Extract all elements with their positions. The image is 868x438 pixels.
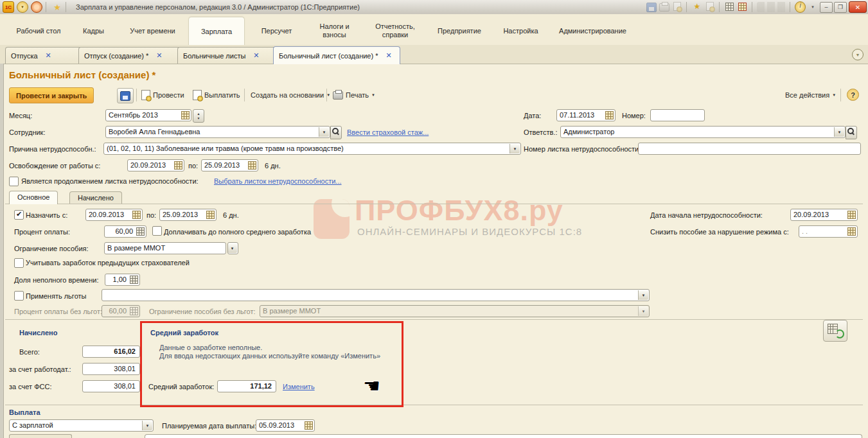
- menu-tab-enterprise[interactable]: Предприятие: [427, 17, 492, 45]
- titlebar-separator: [46, 2, 46, 12]
- calendar-icon[interactable]: [181, 111, 190, 119]
- apply-benefits-field[interactable]: ▼: [102, 289, 650, 301]
- restore-button[interactable]: ❐: [834, 2, 847, 13]
- month-stepper[interactable]: ▲▼: [193, 109, 204, 123]
- calendar-icon[interactable]: [847, 211, 856, 219]
- post-and-close-button[interactable]: Провести и закрыть: [9, 87, 94, 103]
- assign-checkbox[interactable]: ✔: [14, 210, 24, 220]
- reduce-benefit-field[interactable]: . .: [799, 225, 858, 238]
- part-time-field[interactable]: 1,00: [105, 274, 140, 286]
- total-field[interactable]: 616,02: [82, 346, 140, 358]
- calendar-icon[interactable]: [737, 2, 748, 12]
- benefit-limit-dropdown[interactable]: ▼: [227, 242, 238, 254]
- chevron-down-icon[interactable]: ▼: [319, 127, 329, 137]
- calendar-icon[interactable]: [605, 111, 614, 119]
- menu-tab-settings[interactable]: Настройка: [493, 17, 548, 45]
- responsible-search-icon[interactable]: [846, 126, 857, 139]
- close-button[interactable]: ✕: [849, 1, 867, 13]
- release-from-field[interactable]: 20.09.2013: [127, 159, 184, 171]
- all-actions-button[interactable]: Все действия▼: [785, 89, 836, 101]
- pay-percent-field[interactable]: 60,00: [104, 225, 146, 238]
- calendar-icon[interactable]: [206, 211, 215, 219]
- tab-vacations[interactable]: Отпуска✕: [5, 47, 81, 64]
- pay-button[interactable]: Выплатить: [193, 89, 240, 101]
- favorites-star-icon[interactable]: ★: [52, 2, 62, 12]
- employee-field[interactable]: Воробей Алла Геннадьевна ▼: [105, 126, 330, 138]
- chevron-down-icon[interactable]: ▼: [834, 127, 844, 137]
- menu-tab-timesheet[interactable]: Учет времени: [125, 17, 180, 45]
- close-tab-icon[interactable]: ✕: [156, 51, 162, 60]
- add-favorite-icon[interactable]: ★: [691, 2, 703, 12]
- menu-tab-salary[interactable]: Зарплата: [188, 17, 245, 46]
- post-button[interactable]: Провести: [141, 89, 184, 101]
- tab-sick-list-new[interactable]: Больничный лист (создание) *✕: [273, 46, 400, 64]
- main-menu-icon[interactable]: ▼: [17, 1, 28, 13]
- minimize-button[interactable]: –: [820, 2, 833, 13]
- month-field[interactable]: Сентябрь 2013: [105, 109, 191, 121]
- calendar-icon[interactable]: [132, 211, 141, 219]
- print-button[interactable]: Печать▼: [333, 89, 375, 101]
- planned-date-field[interactable]: 05.09.2013: [256, 419, 315, 432]
- recalculate-button[interactable]: [823, 320, 847, 342]
- enter-insurance-record-link[interactable]: Ввести страховой стаж...: [347, 128, 429, 136]
- continuation-checkbox[interactable]: [9, 177, 19, 186]
- close-tab-icon[interactable]: ✕: [46, 51, 51, 60]
- assign-to-field[interactable]: 25.09.2013: [159, 209, 217, 221]
- calculator-icon[interactable]: [136, 227, 145, 236]
- tab-main[interactable]: Основное: [9, 191, 58, 204]
- disability-start-field[interactable]: 20.09.2013: [790, 209, 858, 221]
- close-tab-icon[interactable]: ✕: [253, 51, 259, 60]
- sick-list-number-field[interactable]: [638, 143, 861, 155]
- toolbar-separator: [244, 89, 245, 101]
- chevron-down-icon[interactable]: ▼: [509, 144, 520, 153]
- preview-icon[interactable]: [671, 2, 683, 12]
- benefit-limit-field[interactable]: В размере ММОТ: [104, 242, 226, 254]
- apply-benefits-checkbox[interactable]: [14, 291, 24, 301]
- fss-share-field[interactable]: 308,01: [82, 380, 140, 392]
- calculator-icon[interactable]: [724, 2, 736, 12]
- tab-list-icon[interactable]: ▼: [852, 49, 864, 60]
- release-to-field[interactable]: 25.09.2013: [201, 159, 258, 171]
- date-label: Дата:: [524, 112, 541, 119]
- menu-tab-desktop[interactable]: Рабочий стол: [13, 17, 64, 45]
- menu-tab-taxes[interactable]: Налоги и взносы: [307, 17, 362, 45]
- menu-tab-hr[interactable]: Кадры: [69, 17, 118, 45]
- create-based-on-button[interactable]: Создать на основании▼: [251, 89, 330, 101]
- menu-tab-persaccount[interactable]: Персучет: [249, 17, 304, 45]
- assign-from-field[interactable]: 20.09.2013: [85, 209, 143, 221]
- disability-reason-field[interactable]: (01, 02, 10, 11) Заболевание или травма …: [103, 143, 521, 155]
- employer-share-field[interactable]: 308,01: [82, 363, 140, 375]
- calendar-icon[interactable]: [174, 161, 182, 170]
- benefit-limit-label: Ограничение пособия:: [14, 245, 89, 252]
- calendar-icon[interactable]: [847, 227, 856, 236]
- help-button[interactable]: ?: [847, 89, 859, 101]
- save-button[interactable]: [117, 88, 134, 103]
- print-icon[interactable]: [659, 2, 670, 12]
- employee-search-icon[interactable]: [330, 126, 342, 139]
- menu-tab-reports[interactable]: Отчетность, справки: [366, 17, 424, 45]
- calendar-icon[interactable]: [248, 161, 256, 170]
- service-icon[interactable]: [31, 1, 42, 13]
- prev-insurers-checkbox[interactable]: [14, 258, 24, 268]
- chevron-down-icon[interactable]: ▼: [807, 2, 819, 12]
- chevron-down-icon: ▼: [371, 93, 375, 97]
- choose-sick-list-link[interactable]: Выбрать листок нетрудоспособности...: [214, 177, 342, 185]
- titlebar-separator: [686, 2, 687, 12]
- calculator-icon[interactable]: [130, 276, 138, 284]
- number-field[interactable]: [650, 109, 705, 121]
- save-icon[interactable]: [646, 2, 657, 12]
- responsible-field[interactable]: Администратор ▼: [560, 126, 846, 138]
- surcharge-checkbox[interactable]: [152, 226, 162, 236]
- menu-tab-administration[interactable]: Администрирование: [549, 17, 636, 45]
- history-icon[interactable]: [704, 2, 716, 12]
- tab-vacation-new[interactable]: Отпуск (создание) *✕: [78, 47, 180, 64]
- date-field[interactable]: 07.11.2013: [556, 109, 616, 121]
- calendar-icon[interactable]: [305, 421, 313, 430]
- chevron-down-icon[interactable]: ▼: [638, 290, 648, 300]
- close-tab-icon[interactable]: ✕: [386, 51, 392, 60]
- info-icon[interactable]: i: [795, 1, 806, 13]
- chevron-down-icon[interactable]: ▼: [142, 421, 152, 430]
- payment-method-field[interactable]: С зарплатой ▼: [9, 419, 154, 432]
- tab-accrued[interactable]: Начислено: [69, 191, 122, 204]
- tab-sick-lists[interactable]: Больничные листы✕: [177, 47, 276, 64]
